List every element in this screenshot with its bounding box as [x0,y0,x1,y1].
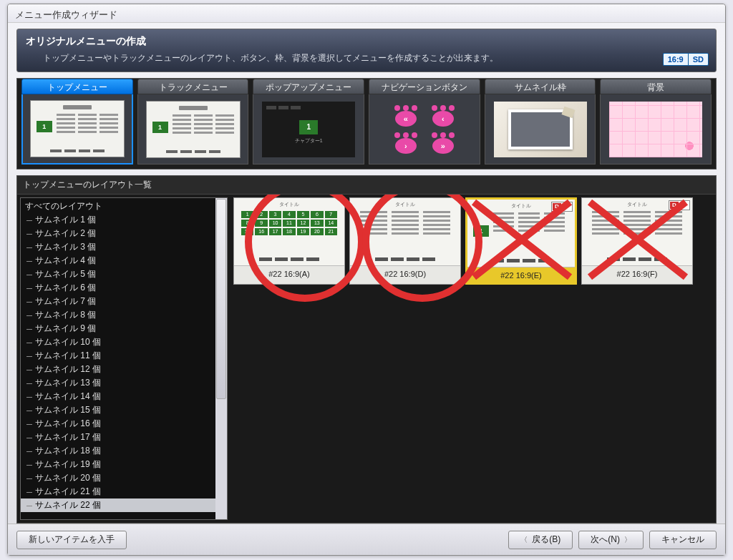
layout-preview[interactable]: D タイトル #22 16:9(F) [581,197,693,285]
preview-grid: タイトル 123456789101112131415161718192021 #… [230,195,716,523]
tree-root[interactable]: すべてのレイアウト [21,200,227,213]
layout-tree[interactable]: すべてのレイアウト サムネイル 1 個サムネイル 2 個サムネイル 3 個サムネ… [20,197,228,520]
tab-track-menu[interactable]: トラックメニュー 1 [137,79,249,164]
scrollbar-thumb[interactable] [216,199,226,399]
preview-label: #22 16:9(E) [467,267,575,283]
tab-thumbnail: « ‹ › » [369,94,480,164]
tab-top-menu[interactable]: トップメニュー 1 [21,79,133,164]
tab-label: サムネイル枠 [485,79,596,94]
tab-label: 背景 [600,79,712,94]
list-title: トップメニューのレイアウト一覧 [17,176,716,195]
tree-item[interactable]: サムネイル 19 個 [21,458,227,471]
tab-thumbnail [600,94,712,164]
tab-thumbnail-frame[interactable]: サムネイル枠 [485,79,596,164]
paw-icon: » [430,132,456,154]
window-title: メニュー作成ウィザード [8,4,725,23]
preview-label: #22 16:9(D) [350,265,460,281]
tab-thumbnail: 1 [21,94,133,164]
content-area: オリジナルメニューの作成 トップメニューやトラックメニューのレイアウト、ボタン、… [8,23,725,524]
tree-item[interactable]: サムネイル 9 個 [21,322,227,335]
tree-item[interactable]: サムネイル 21 個 [21,485,227,498]
list-body: すべてのレイアウト サムネイル 1 個サムネイル 2 個サムネイル 3 個サムネ… [17,195,716,523]
back-button[interactable]: 〈戻る(B) [508,531,573,549]
tree-item[interactable]: サムネイル 16 個 [21,417,227,431]
layout-preview[interactable]: タイトル 123456789101112131415161718192021 #… [233,197,345,285]
tree-item[interactable]: サムネイル 4 個 [21,254,227,267]
category-tabs: トップメニュー 1 トラックメニュー 1 [16,78,717,170]
tree-item[interactable]: サムネイル 11 個 [21,349,227,363]
next-button[interactable]: 次へ(N)〉 [578,531,644,549]
preview-label: #22 16:9(F) [582,265,692,281]
tab-popup-menu[interactable]: ポップアップメニュー 1 チャプター1 [253,79,364,164]
tab-label: トラックメニュー [137,79,249,94]
tab-thumbnail: 1 チャプター1 [253,94,364,164]
chevron-right-icon: 〉 [624,535,631,545]
tree-item[interactable]: サムネイル 13 個 [21,376,227,390]
cancel-button[interactable]: キャンセル [649,531,717,549]
definition-badge: SD [688,53,709,66]
tab-label: ポップアップメニュー [253,79,364,94]
tree-item[interactable]: サムネイル 12 個 [21,363,227,376]
d-badge-icon: D [551,202,573,212]
tree-item[interactable]: サムネイル 1 個 [21,213,227,227]
layout-preview[interactable]: タイトル #22 16:9(D) [349,197,461,285]
tree-item[interactable]: サムネイル 15 個 [21,403,227,417]
page-description: トップメニューやトラックメニューのレイアウト、ボタン、枠、背景を選択してメニュー… [26,52,707,64]
tree-item[interactable]: サムネイル 7 個 [21,295,227,308]
layout-list-panel: トップメニューのレイアウト一覧 すべてのレイアウト サムネイル 1 個サムネイル… [16,175,717,524]
tree-item[interactable]: サムネイル 8 個 [21,308,227,322]
aspect-badge: 16:9 [663,53,688,66]
tree-item[interactable]: サムネイル 18 個 [21,444,227,458]
tab-thumbnail [485,94,596,164]
get-new-items-button[interactable]: 新しいアイテムを入手 [16,531,127,549]
tree-item[interactable]: サムネイル 6 個 [21,281,227,295]
header-panel: オリジナルメニューの作成 トップメニューやトラックメニューのレイアウト、ボタン、… [16,29,717,72]
format-badges: 16:9 SD [663,53,709,66]
tab-navigation-button[interactable]: ナビゲーションボタン « ‹ › » [369,79,480,164]
page-heading: オリジナルメニューの作成 [26,35,707,48]
footer-bar: 新しいアイテムを入手 〈戻る(B) 次へ(N)〉 キャンセル [8,524,725,555]
paw-icon: ‹ [430,105,456,127]
tab-background[interactable]: 背景 [600,79,712,164]
tree-item[interactable]: サムネイル 22 個 [21,498,227,512]
paw-icon: › [393,132,419,154]
tab-thumbnail: 1 [137,94,249,164]
tree-item[interactable]: サムネイル 2 個 [21,227,227,240]
tree-item[interactable]: サムネイル 10 個 [21,335,227,349]
tree-item[interactable]: サムネイル 14 個 [21,390,227,403]
wizard-window: メニュー作成ウィザード オリジナルメニューの作成 トップメニューやトラックメニュ… [7,4,726,556]
tree-item[interactable]: サムネイル 3 個 [21,240,227,254]
scrollbar[interactable] [215,198,227,519]
d-badge-icon: D [669,200,690,210]
paw-icon: « [393,105,419,127]
chevron-left-icon: 〈 [520,535,528,545]
tree-item[interactable]: サムネイル 17 個 [21,431,227,444]
tab-label: トップメニュー [21,79,133,94]
tree-item[interactable]: サムネイル 20 個 [21,471,227,485]
layout-preview[interactable]: D タイトル 1 #22 16:9(E) [465,197,577,285]
tab-label: ナビゲーションボタン [369,79,480,94]
tree-item[interactable]: サムネイル 5 個 [21,267,227,281]
preview-label: #22 16:9(A) [234,265,344,281]
